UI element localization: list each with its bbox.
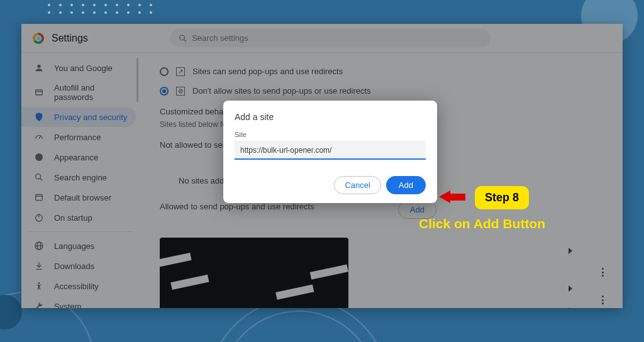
- add-site-modal: Add a site Site Cancel Add: [223, 101, 437, 203]
- add-button[interactable]: Add: [386, 176, 426, 194]
- site-url-input[interactable]: [235, 141, 426, 160]
- annotation-arrow: [439, 190, 465, 203]
- modal-title: Add a site: [235, 112, 426, 122]
- cancel-button[interactable]: Cancel: [334, 176, 380, 194]
- modal-field-label: Site: [235, 131, 426, 138]
- annotation-step-badge: Step 8: [475, 186, 529, 209]
- annotation-instruction: Click on Add Button: [419, 216, 545, 231]
